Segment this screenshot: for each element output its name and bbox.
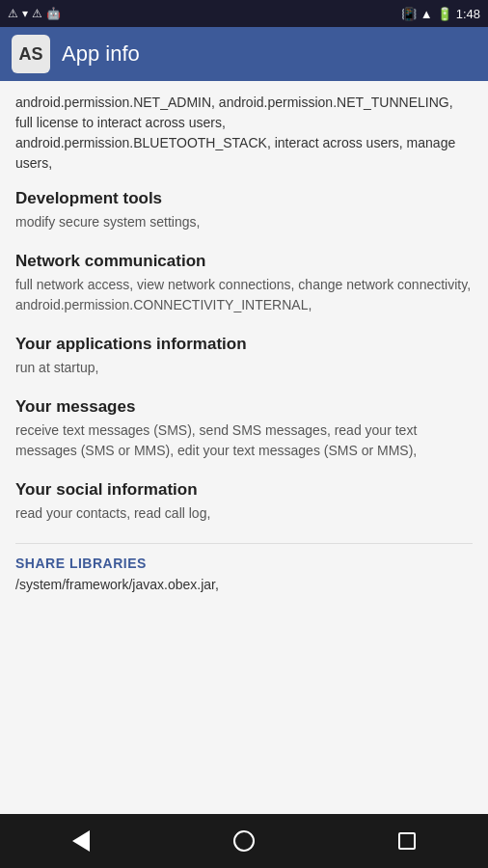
signal-icon: ▲ — [420, 7, 433, 21]
top-permissions-text: android.permission.NET_ADMIN, android.pe… — [15, 93, 473, 174]
section-applications-information: Your applications information run at sta… — [15, 335, 473, 378]
home-icon — [233, 830, 255, 852]
status-bar-right: 📳 ▲ 🔋 1:48 — [401, 7, 480, 21]
time-display: 1:48 — [456, 7, 480, 21]
wifi-icon: ▾ — [22, 7, 28, 20]
share-libraries-value: /system/framework/javax.obex.jar, — [15, 577, 473, 592]
app-badge-text: AS — [18, 44, 42, 65]
nav-bar — [0, 814, 488, 868]
section-development-tools: Development tools modify secure system s… — [15, 189, 473, 232]
section-divider — [15, 543, 473, 544]
share-libraries-title: SHARE LIBRARIES — [15, 556, 473, 571]
home-button[interactable] — [215, 822, 273, 860]
recents-button[interactable] — [378, 822, 436, 860]
app-bar: AS App info — [0, 27, 488, 81]
vibrate-icon: 📳 — [401, 7, 417, 21]
section-detail-applications-information: run at startup, — [15, 358, 473, 378]
warning-icon-1: ⚠ — [8, 7, 18, 20]
section-title-development-tools: Development tools — [15, 189, 473, 208]
back-button[interactable] — [52, 822, 110, 860]
recents-icon — [398, 832, 416, 850]
section-title-your-messages: Your messages — [15, 397, 473, 417]
app-bar-title: App info — [62, 41, 140, 67]
section-title-network-communication: Network communication — [15, 252, 473, 271]
share-libraries-section: SHARE LIBRARIES /system/framework/javax.… — [15, 552, 473, 592]
app-icon-badge: AS — [12, 35, 50, 73]
battery-icon: 🔋 — [437, 7, 452, 21]
section-detail-your-messages: receive text messages (SMS), send SMS me… — [15, 420, 473, 461]
status-bar-left: ⚠ ▾ ⚠ 🤖 — [8, 7, 61, 20]
section-title-applications-information: Your applications information — [15, 335, 473, 354]
section-title-social-information: Your social information — [15, 480, 473, 500]
back-icon — [72, 830, 90, 852]
warning-icon-2: ⚠ — [32, 7, 42, 20]
android-icon: 🤖 — [46, 7, 61, 20]
section-detail-network-communication: full network access, view network connec… — [15, 275, 473, 315]
section-detail-social-information: read your contacts, read call log, — [15, 503, 473, 524]
section-network-communication: Network communication full network acces… — [15, 252, 473, 315]
section-social-information: Your social information read your contac… — [15, 480, 473, 524]
section-your-messages: Your messages receive text messages (SMS… — [15, 397, 473, 461]
main-content: android.permission.NET_ADMIN, android.pe… — [0, 81, 488, 814]
status-bar: ⚠ ▾ ⚠ 🤖 📳 ▲ 🔋 1:48 — [0, 0, 488, 27]
section-detail-development-tools: modify secure system settings, — [15, 212, 473, 232]
